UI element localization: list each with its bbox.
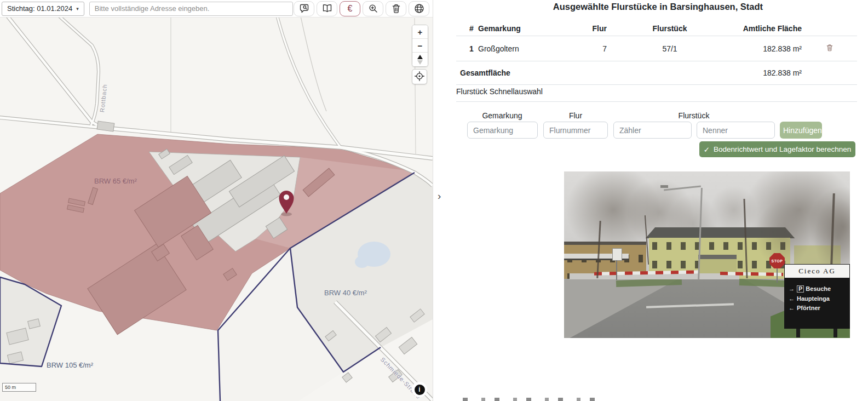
address-search-input[interactable] (89, 2, 293, 16)
stichtag-label: Stichtag: 01.01.2024 (7, 4, 72, 13)
row-flur: 7 (571, 44, 607, 53)
locate-button[interactable] (412, 69, 427, 84)
company-sign: Cieco AG →PBesuche ←Haupteinga ←Pförtner (784, 264, 850, 329)
south-arrow-icon (417, 60, 423, 65)
small-sign (612, 248, 622, 261)
brw-application: Stichtag: 01.01.2024 ▾ (0, 0, 868, 401)
flur-field-label: Flur (569, 111, 582, 120)
trash-icon (390, 3, 402, 14)
col-header-flaeche: Amtliche Fläche (733, 24, 802, 33)
zoom-in-button[interactable]: + (412, 25, 428, 39)
arrow-right-icon: → (789, 285, 795, 292)
toolbar-buttons: € (294, 1, 429, 16)
map-zoom-controls: + − (412, 25, 428, 67)
flurstueck-table: # Gemarkung Flur Flurstück Amtliche Fläc… (456, 21, 857, 85)
map[interactable]: BRW 65 €/m² BRW 40 €/m² BRW 105 €/m² Rot… (0, 17, 433, 401)
street-lamp-head (660, 185, 668, 188)
small-sign-pole (616, 260, 617, 280)
calculate-brw-button[interactable]: ✓ Bodenrichtwert und Lagefaktor berechne… (699, 141, 855, 157)
scale-label: 50 m (5, 385, 16, 390)
map-basemap (0, 17, 433, 401)
table-row: 1 Großgoltern 7 57/1 182.838 m² (456, 36, 857, 61)
col-header-num: # (456, 24, 478, 33)
map-scale-bar: 50 m (2, 383, 36, 392)
brw-euro-button[interactable]: € (340, 1, 360, 16)
check-icon: ✓ (704, 145, 710, 154)
col-header-flurstueck: Flurstück (607, 24, 733, 33)
map-toolbar: Stichtag: 01.01.2024 ▾ (0, 0, 433, 18)
sign-leg (796, 329, 800, 337)
zoom-search-button[interactable] (363, 1, 383, 16)
clear-selection-button[interactable] (386, 1, 406, 16)
page-title: Ausgewählte Flurstücke in Barsinghausen,… (448, 2, 868, 12)
attribution-button[interactable]: i (412, 382, 427, 397)
sign-line: →PBesuche (789, 284, 850, 294)
row-gemarkung: Großgoltern (478, 44, 571, 53)
zoom-out-button[interactable]: − (412, 39, 428, 53)
chevron-down-icon: ▾ (76, 6, 79, 12)
arrow-left-icon: ← (789, 305, 795, 311)
legend-book-button[interactable] (317, 1, 337, 16)
parking-badge: P (797, 285, 804, 293)
stop-sign-pole (777, 268, 778, 283)
gemarkung-input[interactable] (467, 122, 538, 139)
crosshair-target-icon (414, 71, 425, 83)
sign-line: ←Pförtner (789, 303, 850, 313)
panel-divider: › (433, 0, 449, 401)
open-book-icon (321, 3, 333, 14)
flurstueck-field-label: Flurstück (679, 111, 710, 120)
gemarkung-field-label: Gemarkung (482, 111, 522, 120)
arrow-left-icon: ← (789, 295, 795, 302)
north-arrow-icon (417, 55, 423, 59)
sign-line: ←Haupteinga (789, 294, 850, 304)
compass-button[interactable] (412, 53, 428, 66)
site-photo: STOP Cieco AG →PBesuche ←Haupteinga ←Pfö… (564, 171, 850, 338)
map-pane: Stichtag: 01.01.2024 ▾ (0, 0, 433, 401)
quick-select-section-label: Flurstück Schnellauswahl (456, 87, 857, 102)
col-header-gemarkung: Gemarkung (478, 24, 571, 33)
flurstueck-panel: Ausgewählte Flurstücke in Barsinghausen,… (448, 0, 868, 401)
add-flurstueck-button[interactable]: Hinzufügen (780, 122, 822, 139)
col-header-flur: Flur (571, 24, 607, 33)
table-header-row: # Gemarkung Flur Flurstück Amtliche Fläc… (456, 21, 857, 36)
truncated-content-row (463, 398, 605, 401)
trash-icon (825, 43, 834, 54)
company-sign-directions: →PBesuche ←Haupteinga ←Pförtner (784, 278, 850, 329)
flurnummer-input[interactable] (543, 122, 608, 139)
sign-leg (833, 329, 837, 337)
stichtag-dropdown[interactable]: Stichtag: 01.01.2024 ▾ (2, 2, 84, 16)
row-flaeche: 182.838 m² (733, 44, 802, 53)
zaehler-input[interactable] (613, 122, 692, 139)
calculate-brw-label: Bodenrichtwert und Lagefaktor berechnen (714, 145, 851, 153)
total-row: Gesamtfläche 182.838 m² (456, 61, 857, 85)
total-value: 182.838 m² (763, 68, 802, 77)
basemap-globe-button[interactable] (409, 1, 429, 16)
total-label: Gesamtfläche (460, 68, 510, 77)
euro-icon: € (348, 4, 353, 14)
marker-search-button[interactable] (294, 1, 314, 16)
globe-icon (413, 3, 425, 14)
panel-collapse-chevron[interactable]: › (438, 191, 441, 201)
title-prefix: Ausgewählte Flurstücke in (553, 2, 668, 12)
marker-search-icon (298, 3, 310, 14)
nenner-input[interactable] (697, 122, 775, 139)
row-number: 1 (456, 44, 478, 53)
row-flurstueck: 57/1 (607, 44, 733, 53)
delete-row-button[interactable] (824, 42, 835, 55)
info-icon: i (415, 385, 425, 395)
title-city: Barsinghausen, Stadt (670, 2, 763, 12)
company-sign-title: Cieco AG (784, 264, 850, 278)
magnifier-plus-icon (367, 3, 379, 14)
